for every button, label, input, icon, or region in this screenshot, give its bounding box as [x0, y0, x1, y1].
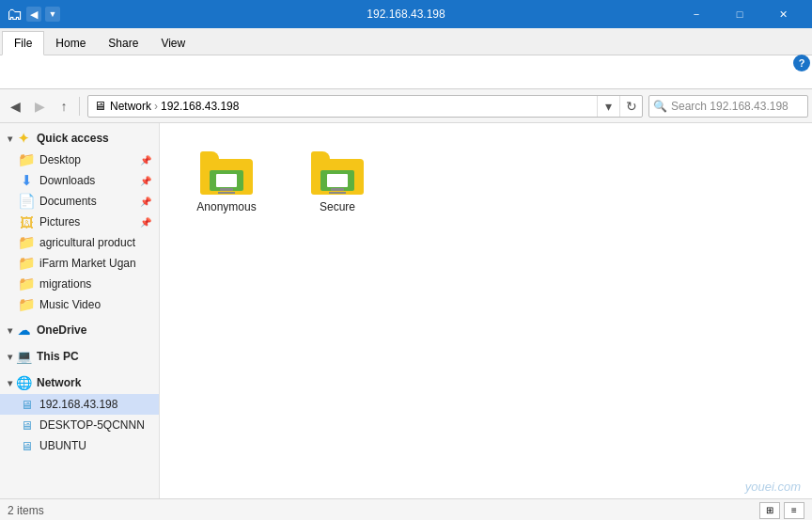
sidebar-item-pictures[interactable]: 🖼 Pictures 📌: [0, 212, 159, 232]
ifarm-folder-icon: 📁: [19, 256, 34, 271]
breadcrumb-computer-icon: 🖥: [94, 99, 106, 113]
breadcrumb: 🖥 Network › 192.168.43.198: [88, 99, 597, 113]
documents-icon: 📄: [19, 194, 34, 209]
agricultural-label: agricultural product: [39, 236, 135, 249]
this-pc-expand-icon: ▾: [8, 352, 12, 362]
sidebar-item-ubuntu[interactable]: 🖥 UBUNTU: [0, 435, 159, 456]
forward-button[interactable]: ▶: [28, 95, 51, 118]
sidebar-item-desktop[interactable]: 📁 Desktop 📌: [0, 150, 159, 170]
quick-access-toolbar-icon: 🗂: [8, 7, 23, 22]
onedrive-section: ▾ ☁ OneDrive: [0, 319, 159, 341]
sidebar-item-desktop-5qcnnn[interactable]: 🖥 DESKTOP-5QCNNN: [0, 415, 159, 435]
view-grid-button[interactable]: ⊞: [759, 502, 780, 519]
tab-view[interactable]: View: [149, 32, 196, 55]
network-expand-icon: ▾: [8, 378, 12, 388]
pin-icon-downloads: 📌: [140, 176, 151, 186]
network-icon: 🌐: [16, 375, 31, 390]
sidebar: ▾ ✦ Quick access 📁 Desktop 📌 ⬇ Downloads…: [0, 123, 160, 498]
minimize-button[interactable]: −: [675, 0, 718, 28]
secure-label: Secure: [320, 200, 355, 213]
secure-folder-icon: [309, 146, 366, 195]
network-header[interactable]: ▾ 🌐 Network: [0, 371, 159, 394]
pin-icon-desktop: 📌: [140, 155, 151, 165]
sidebar-item-migrations[interactable]: 📁 migrations: [0, 274, 159, 294]
status-bar: 2 items ⊞ ≡: [0, 498, 812, 520]
nav-separator: [79, 97, 80, 116]
tab-home[interactable]: Home: [44, 32, 97, 55]
quick-access-section: ▾ ✦ Quick access 📁 Desktop 📌 ⬇ Downloads…: [0, 127, 159, 315]
close-button[interactable]: ✕: [761, 0, 804, 28]
music-video-folder-icon: 📁: [19, 297, 34, 312]
view-controls: ⊞ ≡: [759, 502, 804, 519]
view-list-button[interactable]: ≡: [784, 502, 804, 519]
file-item-anonymous[interactable]: Anonymous: [175, 138, 278, 221]
address-bar[interactable]: 🖥 Network › 192.168.43.198 ▾ ↻: [87, 95, 643, 118]
music-video-label: Music Video: [39, 298, 101, 311]
desktop-folder-icon: 📁: [19, 152, 34, 167]
host-1-label: 192.168.43.198: [39, 398, 117, 411]
sidebar-item-downloads[interactable]: ⬇ Downloads 📌: [0, 170, 159, 191]
window-controls: − □ ✕: [675, 0, 804, 28]
sidebar-item-agricultural[interactable]: 📁 agricultural product: [0, 232, 159, 253]
onedrive-expand-icon: ▾: [8, 325, 12, 336]
maximize-button[interactable]: □: [718, 0, 761, 28]
pin-icon-documents: 📌: [140, 197, 151, 207]
tab-file[interactable]: File: [2, 31, 44, 55]
desktop-label: Desktop: [39, 153, 81, 166]
sidebar-item-192-168-43-198[interactable]: 🖥 192.168.43.198: [0, 394, 159, 415]
this-pc-label: This PC: [37, 350, 79, 363]
onedrive-icon: ☁: [16, 323, 31, 338]
dropdown-arrow[interactable]: ▾: [597, 95, 619, 118]
host-2-label: DESKTOP-5QCNNN: [39, 418, 145, 432]
title-bar: 🗂 ◀ ▼ 192.168.43.198 − □ ✕: [0, 0, 812, 28]
migrations-label: migrations: [39, 277, 91, 291]
anonymous-folder-icon: [198, 146, 255, 195]
documents-label: Documents: [39, 195, 97, 208]
this-pc-header[interactable]: ▾ 💻 This PC: [0, 345, 159, 368]
this-pc-icon: 💻: [16, 349, 31, 364]
down-toolbar-icon: ▼: [45, 7, 60, 22]
onedrive-label: OneDrive: [37, 323, 86, 337]
migrations-folder-icon: 📁: [19, 276, 34, 292]
tab-share[interactable]: Share: [97, 32, 149, 55]
sidebar-item-documents[interactable]: 📄 Documents 📌: [0, 191, 159, 212]
back-toolbar-icon: ◀: [26, 7, 41, 22]
up-button[interactable]: ↑: [53, 95, 75, 118]
breadcrumb-network: Network: [110, 100, 151, 113]
this-pc-section: ▾ 💻 This PC: [0, 345, 159, 368]
network-host-icon-1: 🖥: [19, 397, 34, 412]
search-placeholder: Search 192.168.43.198: [671, 100, 789, 113]
quick-access-icon: ✦: [16, 131, 31, 146]
ribbon-tabs: File Home Share View: [0, 28, 812, 55]
network-label: Network: [37, 376, 81, 389]
network-host-icon-3: 🖥: [19, 438, 34, 453]
quick-access-header[interactable]: ▾ ✦ Quick access: [0, 127, 159, 150]
network-section: ▾ 🌐 Network 🖥 192.168.43.198 🖥 DESKTOP-5…: [0, 371, 159, 456]
agricultural-folder-icon: 📁: [19, 235, 34, 250]
back-button[interactable]: ◀: [4, 95, 26, 118]
quick-access-label: Quick access: [37, 132, 109, 145]
search-bar[interactable]: 🔍 Search 192.168.43.198: [648, 95, 808, 118]
host-3-label: UBUNTU: [39, 439, 86, 452]
onedrive-header[interactable]: ▾ ☁ OneDrive: [0, 319, 159, 341]
content-area: Anonymous Secure: [160, 123, 812, 498]
search-icon: 🔍: [653, 100, 667, 113]
pin-icon-pictures: 📌: [140, 217, 151, 228]
downloads-icon: ⬇: [19, 173, 34, 188]
pictures-icon: 🖼: [19, 214, 34, 229]
nav-bar: ◀ ▶ ↑ 🖥 Network › 192.168.43.198 ▾ ↻ 🔍 S…: [0, 89, 812, 123]
expand-icon: ▾: [8, 134, 12, 144]
refresh-button[interactable]: ↻: [619, 95, 642, 118]
window-title: 192.168.43.198: [367, 8, 445, 21]
help-button[interactable]: ?: [793, 55, 810, 71]
ribbon-content: ?: [0, 55, 812, 89]
downloads-label: Downloads: [39, 174, 95, 187]
ribbon: File Home Share View: [0, 28, 812, 55]
sidebar-item-ifarm[interactable]: 📁 iFarm Market Ugan: [0, 253, 159, 274]
main-layout: ▾ ✦ Quick access 📁 Desktop 📌 ⬇ Downloads…: [0, 123, 812, 498]
pictures-label: Pictures: [39, 215, 80, 228]
breadcrumb-current: 192.168.43.198: [161, 100, 239, 113]
sidebar-item-music-video[interactable]: 📁 Music Video: [0, 294, 159, 315]
file-item-secure[interactable]: Secure: [286, 138, 389, 221]
anonymous-label: Anonymous: [196, 200, 256, 213]
